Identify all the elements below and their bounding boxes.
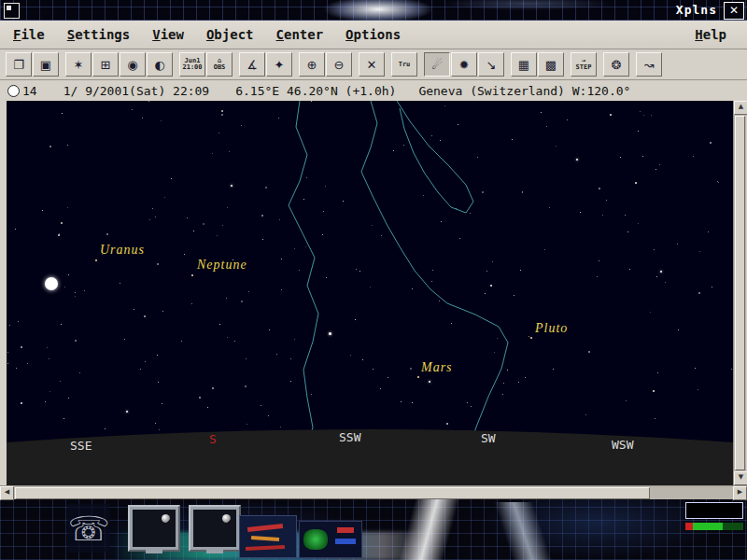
constellation-chart-icon: ✶ — [74, 58, 84, 72]
comet-icon: ☄ — [431, 58, 443, 72]
menu-view[interactable]: View — [152, 27, 184, 42]
azimuthal-grid-icon: ▩ — [545, 58, 557, 72]
star-table-icon: ⊞ — [101, 58, 111, 72]
app-thumbnail-2[interactable] — [299, 521, 362, 558]
phone-icon[interactable]: ☏ — [67, 504, 110, 553]
app-thumbnail-1[interactable] — [239, 515, 297, 558]
menu-center[interactable]: Center — [276, 27, 324, 42]
toolbar-galaxy-button[interactable]: ❂ — [603, 52, 629, 77]
menu-file[interactable]: File — [13, 27, 45, 42]
menu-bar: FileSettingsViewObjectCenterOptionsHelp — [0, 21, 747, 49]
status-bar: 14 1/ 9/2001(Sat) 22:09 6.15°E 46.20°N (… — [0, 80, 747, 101]
planet-dot-mars — [417, 376, 419, 378]
zoom-out-icon: ⊖ — [334, 58, 345, 72]
toolbar-equatorial-grid-button[interactable]: ▦ — [511, 52, 537, 77]
open-icon: ❐ — [13, 58, 24, 72]
sun-flare-icon: ✹ — [459, 58, 470, 72]
true-position-label: Tru — [399, 62, 411, 68]
vertical-scroll-thumb[interactable] — [735, 116, 745, 470]
scroll-up-button[interactable]: ▲ — [734, 101, 747, 115]
planet-label-pluto: Pluto — [535, 321, 568, 336]
direction-label-sw: SW — [481, 431, 496, 445]
planet-label-neptune: Neptune — [197, 258, 247, 273]
monitor-screen — [133, 510, 176, 547]
menu-settings[interactable]: Settings — [67, 27, 130, 42]
status-coordinates: 6.15°E 46.20°N (+1.0h) — [235, 84, 396, 98]
set-date-time-label: Jun121:00 — [182, 58, 202, 71]
direction-label-s: S — [209, 432, 217, 446]
observatory-label: ⌂OBS — [214, 58, 226, 71]
toolbar-set-date-time-button[interactable]: Jun121:00 — [179, 52, 205, 77]
scroll-down-button[interactable]: ▼ — [734, 471, 747, 485]
toolbar-zoom-out-button[interactable]: ⊖ — [326, 52, 352, 77]
toolbar-altitude-tool-button[interactable]: ∡ — [239, 52, 265, 77]
altitude-tool-icon: ∡ — [247, 58, 258, 72]
sky-view[interactable]: UranusNeptunePlutoMarsSSESSSWSWWSW — [7, 101, 733, 485]
planet-dot-neptune — [191, 274, 193, 276]
window-titlebar[interactable]: Xplns ✕ — [0, 0, 747, 21]
monitor-icon-2[interactable] — [189, 505, 241, 552]
planet-label-mars: Mars — [421, 360, 453, 375]
monitor-icon-1[interactable] — [128, 505, 180, 552]
toolbar-planet-view-button[interactable]: ◐ — [147, 52, 173, 77]
toolbar-zoom-in-button[interactable]: ⊕ — [299, 52, 325, 77]
desktop: ☏ Xplns ✕ FileSettingsViewObjectCenterOp… — [0, 0, 747, 560]
horizontal-scrollbar[interactable]: ◀ ▶ — [0, 485, 747, 499]
galaxy-icon: ❂ — [612, 58, 622, 72]
direction-label-wsw: WSW — [612, 438, 633, 452]
scroll-right-button[interactable]: ▶ — [733, 486, 747, 500]
direction-label-ssw: SSW — [339, 430, 360, 444]
monitor-screen — [193, 510, 236, 547]
vertical-scrollbar[interactable]: ▲ ▼ — [733, 101, 746, 485]
status-datetime: 1/ 9/2001(Sat) 22:09 — [63, 84, 210, 98]
xplns-window: FileSettingsViewObjectCenterOptionsHelp … — [0, 21, 747, 497]
menu-help[interactable]: Help — [695, 27, 726, 42]
system-monitor-widget[interactable] — [685, 502, 743, 530]
toolbar-open-button[interactable]: ❐ — [6, 52, 32, 77]
monitor-display — [685, 502, 743, 519]
toolbar-eclipse-view-button[interactable]: ◉ — [120, 52, 146, 77]
toolbar: ❐▣✶⊞◉◐Jun121:00⌂OBS∡✦⊕⊖✕Tru☄✹↘▦▩→STEP❂↝ — [0, 49, 747, 80]
status-location: Geneva (Switzerland) W:120.0° — [418, 84, 630, 98]
menu-options[interactable]: Options — [345, 27, 401, 42]
toolbar-meteor-button[interactable]: ↘ — [478, 52, 504, 77]
zoom-in-icon: ⊕ — [307, 58, 317, 72]
star-finder-icon: ✦ — [275, 58, 285, 72]
meteor-icon: ↘ — [486, 58, 497, 72]
direction-label-sse: SSE — [70, 439, 92, 453]
planet-label-uranus: Uranus — [100, 243, 145, 258]
window-title: Xplns — [676, 3, 717, 17]
magnitude-limit-icon — [7, 85, 20, 97]
animate-icon: ↝ — [644, 58, 655, 72]
toolbar-delete-button[interactable]: ✕ — [359, 52, 385, 77]
eclipse-view-icon: ◉ — [127, 58, 137, 72]
toolbar-save-button[interactable]: ▣ — [33, 52, 59, 77]
horizontal-scroll-trough[interactable] — [14, 486, 733, 499]
delete-icon: ✕ — [367, 58, 377, 72]
status-bar-meter — [685, 523, 743, 530]
horizontal-scroll-thumb[interactable] — [15, 487, 650, 499]
toolbar-step-button[interactable]: →STEP — [571, 52, 597, 77]
toolbar-sun-flare-button[interactable]: ✹ — [451, 52, 477, 77]
toolbar-star-table-button[interactable]: ⊞ — [92, 52, 119, 77]
sky-overlay — [7, 101, 733, 485]
step-label: →STEP — [576, 58, 592, 71]
iconify-button[interactable] — [4, 3, 20, 19]
save-icon: ▣ — [40, 58, 51, 72]
toolbar-constellation-chart-button[interactable]: ✶ — [65, 52, 92, 77]
scroll-left-button[interactable]: ◀ — [0, 486, 14, 500]
planet-view-icon: ◐ — [154, 58, 164, 72]
toolbar-animate-button[interactable]: ↝ — [636, 52, 662, 77]
moon — [45, 277, 58, 290]
toolbar-azimuthal-grid-button[interactable]: ▩ — [538, 52, 564, 77]
toolbar-comet-button[interactable]: ☄ — [424, 52, 450, 77]
toolbar-star-finder-button[interactable]: ✦ — [266, 52, 292, 77]
equatorial-grid-icon: ▦ — [518, 58, 529, 72]
toolbar-observatory-button[interactable]: ⌂OBS — [206, 52, 233, 77]
menu-object[interactable]: Object — [206, 27, 254, 42]
close-button[interactable]: ✕ — [724, 2, 744, 20]
light-beam — [392, 502, 654, 560]
planet-dot-uranus — [95, 259, 97, 261]
window-content: UranusNeptunePlutoMarsSSESSSWSWWSW ▲ ▼ — [0, 101, 747, 485]
toolbar-true-position-button[interactable]: Tru — [391, 52, 417, 77]
